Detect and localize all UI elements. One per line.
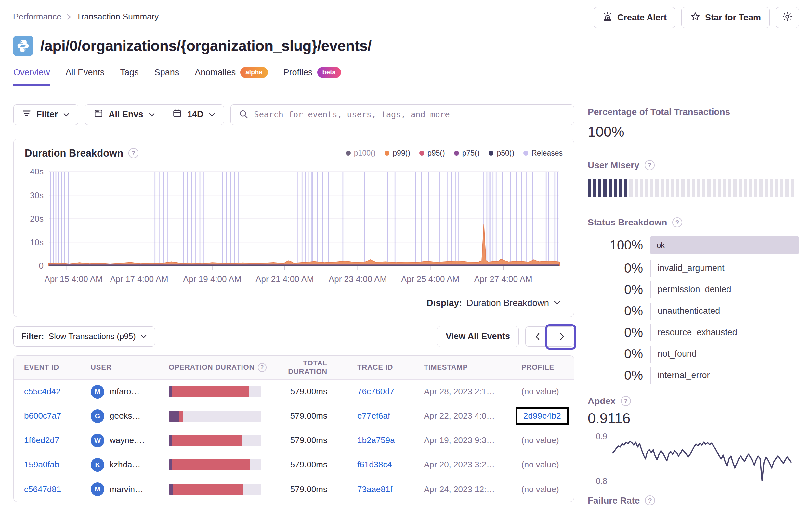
legend-item-Releases[interactable]: Releases (523, 149, 563, 157)
status-label: resource_exhausted (658, 327, 737, 337)
settings-button[interactable] (776, 7, 799, 28)
legend-item-p75[interactable]: p75() (454, 149, 480, 157)
table-row: 159a0fabKkzhda…579.00msf61d38c4Apr 20, 2… (13, 453, 574, 477)
profile-link[interactable]: 2d99e4b2 (523, 411, 561, 421)
misery-segment (770, 179, 773, 197)
event-id-link[interactable]: c55c4d42 (24, 387, 61, 396)
legend-label: p50() (497, 149, 514, 157)
environment-selector[interactable]: All Envs (85, 104, 164, 125)
trace-id-link[interactable]: 73aae81f (357, 484, 393, 494)
event-id-link[interactable]: c5647d81 (24, 484, 61, 494)
filter-dropdown[interactable]: Filter (13, 104, 78, 125)
legend-item-p99[interactable]: p99() (384, 149, 410, 157)
transaction-summary-page: Performance Transaction Summary Create A… (0, 0, 812, 510)
pagination (525, 327, 574, 347)
legend-item-p50[interactable]: p50() (489, 149, 514, 157)
status-bar-zero: permission_denied (650, 282, 799, 297)
column-header-user[interactable]: USER (80, 363, 158, 371)
status-row-unauthenticated: 0%unauthenticated (588, 304, 799, 319)
help-icon[interactable]: ? (258, 363, 266, 372)
table-row: c5647d81Mmarvin…579.00ms73aae81fApr 24, … (13, 477, 574, 502)
apdex-sparkline: 0.9 0.8 (588, 431, 799, 487)
tab-tags[interactable]: Tags (120, 67, 139, 86)
timestamp-cell: Apr 24, 2023 12:… (413, 484, 511, 494)
column-header-event-id[interactable]: EVENT ID (13, 363, 80, 371)
create-alert-button[interactable]: Create Alert (593, 7, 675, 28)
profile-no-value: (no value) (521, 484, 559, 494)
pct-total-heading: Percentage of Total Transactions (588, 107, 799, 117)
legend-dot-icon (384, 151, 389, 156)
trace-id-cell: 76c760d7 (347, 387, 413, 397)
column-label: PROFILE (521, 363, 554, 371)
misery-segment (733, 179, 736, 197)
user-name: wayne.… (110, 435, 145, 445)
main-column: Filter All Envs (0, 86, 574, 510)
previous-page-button[interactable] (526, 327, 550, 346)
timestamp-cell: Apr 19, 2023 9:3… (413, 435, 511, 445)
view-all-events-button[interactable]: View All Events (437, 326, 519, 347)
status-percentage: 0% (588, 347, 643, 361)
status-label: permission_denied (658, 284, 731, 295)
status-bar-zero: unauthenticated (650, 304, 799, 319)
trace-id-link[interactable]: e77ef6af (357, 411, 390, 421)
tabs-row: OverviewAll EventsTagsSpansAnomaliesalph… (0, 67, 812, 86)
operation-duration-cell (158, 386, 272, 397)
tab-all-events[interactable]: All Events (66, 67, 105, 86)
search-input[interactable] (254, 105, 566, 124)
column-header-total-duration[interactable]: TOTAL DURATION (272, 359, 347, 376)
search-box (230, 104, 574, 125)
tab-anomalies[interactable]: Anomaliesalpha (195, 67, 267, 86)
event-id-link[interactable]: 159a0fab (24, 460, 59, 470)
next-page-button[interactable] (550, 327, 574, 346)
column-header-profile[interactable]: PROFILE (511, 363, 574, 371)
help-icon[interactable]: ? (645, 496, 655, 506)
tab-profiles[interactable]: Profilesbeta (284, 67, 341, 86)
event-id-link[interactable]: b600c7a7 (24, 411, 61, 421)
column-header-operation-duration[interactable]: OPERATION DURATION? (158, 363, 272, 372)
breadcrumb-performance[interactable]: Performance (13, 12, 61, 22)
op-segment-purple (169, 386, 172, 397)
svg-text:Apr 27 4:00 AM: Apr 27 4:00 AM (474, 274, 532, 284)
apdex-y-max: 0.9 (590, 432, 607, 441)
breadcrumb-chevron-icon (67, 13, 71, 21)
trace-id-link[interactable]: 1b2a759a (357, 435, 395, 445)
column-header-trace-id[interactable]: TRACE ID (347, 363, 413, 371)
legend-item-p100[interactable]: p100() (346, 149, 375, 157)
misery-segment (697, 179, 700, 197)
tab-overview[interactable]: Overview (13, 67, 50, 86)
events-table: EVENT IDUSEROPERATION DURATION?TOTAL DUR… (13, 355, 574, 502)
transactions-filter-dropdown[interactable]: Filter: Slow Transactions (p95) (13, 327, 155, 347)
date-range-selector[interactable]: 14D (164, 104, 224, 125)
event-id-link[interactable]: 1f6ed2d7 (24, 435, 59, 445)
operation-duration-bar (169, 411, 261, 422)
op-segment-red (172, 435, 241, 446)
tab-spans[interactable]: Spans (154, 67, 179, 86)
status-bar-zero: internal_error (650, 368, 799, 383)
trace-id-link[interactable]: f61d38c4 (357, 460, 392, 470)
column-header-timestamp[interactable]: TIMESTAMP (413, 363, 511, 371)
help-icon[interactable]: ? (128, 148, 139, 158)
misery-segment (707, 179, 710, 197)
display-dropdown[interactable]: Duration Breakdown (466, 298, 561, 308)
gear-icon (782, 11, 793, 24)
help-icon[interactable]: ? (621, 396, 631, 406)
status-bar-zero: invalid_argument (650, 261, 799, 276)
operation-duration-bar (169, 386, 261, 397)
legend-label: Releases (531, 149, 563, 157)
filter-dropdown-label: Filter (36, 110, 58, 120)
event-id-cell: c5647d81 (13, 484, 80, 494)
status-breakdown-heading: Status Breakdown (588, 217, 667, 228)
legend-item-p95[interactable]: p95() (419, 149, 445, 157)
misery-segment (635, 179, 638, 197)
total-duration-cell: 579.00ms (272, 411, 347, 421)
chart-title: Duration Breakdown (25, 148, 123, 159)
avatar: K (91, 458, 104, 472)
star-for-team-button[interactable]: Star for Team (681, 7, 770, 28)
help-icon[interactable]: ? (645, 160, 655, 170)
status-percentage: 0% (588, 261, 643, 275)
svg-text:20s: 20s (30, 214, 44, 223)
legend-dot-icon (454, 151, 459, 156)
help-icon[interactable]: ? (672, 217, 682, 228)
trace-id-cell: e77ef6af (347, 411, 413, 421)
trace-id-link[interactable]: 76c760d7 (357, 387, 394, 396)
